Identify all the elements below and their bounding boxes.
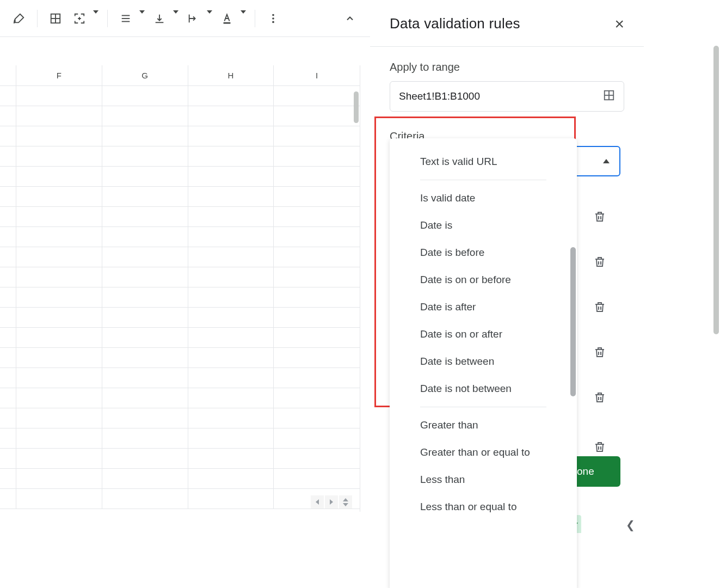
cell[interactable] — [188, 227, 274, 247]
grid-scrollbar-thumb[interactable] — [354, 91, 359, 123]
cell[interactable] — [16, 428, 102, 448]
cell[interactable] — [274, 207, 360, 226]
cell[interactable] — [16, 146, 102, 166]
cell[interactable] — [274, 167, 360, 186]
cell[interactable] — [16, 187, 102, 206]
cell[interactable] — [274, 247, 360, 267]
cell[interactable] — [102, 146, 188, 166]
cell[interactable] — [188, 469, 274, 488]
cell[interactable] — [274, 287, 360, 307]
cell[interactable] — [188, 308, 274, 327]
cell[interactable] — [102, 247, 188, 267]
cell[interactable] — [188, 368, 274, 388]
cell[interactable] — [274, 428, 360, 448]
cell[interactable] — [188, 489, 274, 509]
cell[interactable] — [102, 428, 188, 448]
cell[interactable] — [16, 167, 102, 186]
cell[interactable] — [102, 106, 188, 126]
cell[interactable] — [16, 328, 102, 347]
panel-scrollbar-thumb[interactable] — [713, 46, 719, 334]
cell[interactable] — [16, 227, 102, 247]
text-color-button[interactable] — [218, 9, 246, 28]
criteria-option-date-is-after[interactable]: Date is after — [390, 293, 577, 321]
horizontal-align-button[interactable] — [116, 9, 145, 28]
cell[interactable] — [188, 449, 274, 468]
cell[interactable] — [16, 308, 102, 327]
cell[interactable] — [16, 287, 102, 307]
cell[interactable] — [16, 86, 102, 106]
criteria-option-date-is-on-or-before[interactable]: Date is on or before — [390, 266, 577, 293]
criteria-option-is-valid-date[interactable]: Is valid date — [390, 185, 577, 212]
trash-icon[interactable] — [593, 346, 606, 361]
cell[interactable] — [16, 449, 102, 468]
cell[interactable] — [188, 187, 274, 206]
cell[interactable] — [188, 146, 274, 166]
cell[interactable] — [188, 428, 274, 448]
cell[interactable] — [274, 126, 360, 146]
cell[interactable] — [16, 368, 102, 388]
cell[interactable] — [188, 106, 274, 126]
criteria-option-greater-than[interactable]: Greater than — [390, 412, 577, 439]
col-header[interactable]: H — [188, 65, 274, 85]
trash-icon[interactable] — [593, 391, 606, 406]
cell[interactable] — [188, 348, 274, 367]
cell[interactable] — [16, 106, 102, 126]
close-icon[interactable]: × — [614, 16, 624, 32]
cell[interactable] — [102, 449, 188, 468]
cell[interactable] — [102, 368, 188, 388]
cell[interactable] — [188, 408, 274, 428]
cell[interactable] — [188, 167, 274, 186]
text-wrap-button[interactable] — [184, 9, 212, 28]
cell[interactable] — [16, 348, 102, 367]
paint-format-icon[interactable] — [10, 9, 28, 28]
cell[interactable] — [274, 267, 360, 287]
criteria-option-less-than-or-equal[interactable]: Less than or equal to — [390, 493, 577, 520]
merge-cells-button[interactable] — [70, 9, 99, 28]
cell[interactable] — [274, 308, 360, 327]
criteria-option-date-is-between[interactable]: Date is between — [390, 348, 577, 375]
trash-icon[interactable] — [593, 301, 606, 316]
criteria-option-date-is-on-or-after[interactable]: Date is on or after — [390, 321, 577, 348]
criteria-option-greater-than-or-equal[interactable]: Greater than or equal to — [390, 439, 577, 466]
cell[interactable] — [274, 368, 360, 388]
cell[interactable] — [102, 308, 188, 327]
cell[interactable] — [16, 267, 102, 287]
cell[interactable] — [274, 227, 360, 247]
criteria-option-less-than[interactable]: Less than — [390, 466, 577, 493]
scroll-right-icon[interactable] — [325, 495, 338, 509]
cell[interactable] — [102, 469, 188, 488]
dropdown-scrollbar-thumb[interactable] — [570, 247, 576, 396]
trash-icon[interactable] — [593, 210, 606, 225]
col-header[interactable]: G — [102, 65, 188, 85]
cell[interactable] — [16, 247, 102, 267]
vertical-align-button[interactable] — [150, 9, 179, 28]
cell[interactable] — [102, 267, 188, 287]
cell[interactable] — [188, 388, 274, 408]
cell[interactable] — [102, 388, 188, 408]
cell[interactable] — [188, 267, 274, 287]
cell[interactable] — [102, 187, 188, 206]
scroll-updown[interactable] — [339, 495, 352, 509]
col-header[interactable]: I — [274, 65, 360, 85]
cell[interactable] — [188, 287, 274, 307]
criteria-option-date-is-before[interactable]: Date is before — [390, 239, 577, 266]
cell[interactable] — [16, 126, 102, 146]
cell[interactable] — [102, 126, 188, 146]
cell[interactable] — [16, 388, 102, 408]
criteria-option-text-is-valid-url[interactable]: Text is valid URL — [390, 148, 577, 175]
chevron-left-icon[interactable]: ❮ — [626, 518, 635, 531]
criteria-option-date-is[interactable]: Date is — [390, 212, 577, 239]
scroll-left-icon[interactable] — [311, 495, 324, 509]
apply-to-range-input[interactable]: Sheet1!B1:B1000 — [390, 81, 624, 112]
trash-icon[interactable] — [593, 440, 606, 456]
cell[interactable] — [102, 227, 188, 247]
cell[interactable] — [188, 86, 274, 106]
cell[interactable] — [102, 167, 188, 186]
cell[interactable] — [102, 328, 188, 347]
cell[interactable] — [16, 469, 102, 488]
cell[interactable] — [274, 388, 360, 408]
cell[interactable] — [274, 348, 360, 367]
cell[interactable] — [102, 86, 188, 106]
cell[interactable] — [274, 408, 360, 428]
collapse-icon[interactable] — [341, 9, 359, 28]
